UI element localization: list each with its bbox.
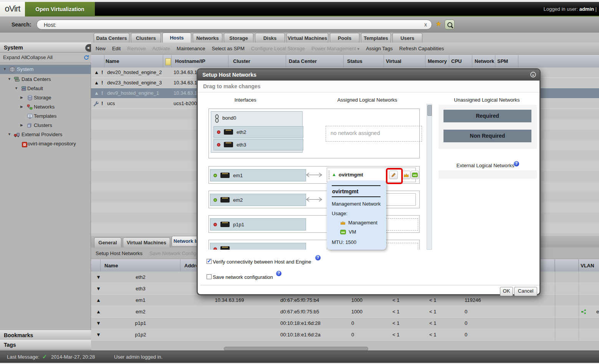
required-networks-group[interactable]: Required [443,110,531,122]
cancel-button[interactable]: Cancel [514,287,537,296]
em1-group: em1 ovirtmgmt [208,166,420,184]
scrollbar-thumb[interactable] [427,105,432,116]
expander-icon[interactable] [20,96,23,99]
column-hostname[interactable]: Hostname/IP [172,55,228,68]
refresh-capabilities-button[interactable]: Refresh Capabilities [399,46,444,51]
sidebar-title: System [0,43,91,53]
tree-item-networks[interactable]: Networks [0,102,91,112]
column-name[interactable]: Name [101,259,180,272]
status-up-icon [96,297,101,303]
power-management-dropdown[interactable]: Power Management [311,46,359,51]
tab-data-centers[interactable]: Data Centers [94,33,129,43]
tree-item-templates[interactable]: Templates [0,112,91,121]
no-network-assigned-dropzone[interactable]: no network assigned [326,126,422,142]
interface-row-em2[interactable]: em2 d0:67:e5:f0:75:b5 1000 < 1 < 1 0 e [91,306,599,318]
expander-icon[interactable] [3,67,7,71]
help-icon[interactable] [276,271,281,276]
tab-users[interactable]: Users [392,33,422,43]
tab-disks[interactable]: Disks [255,33,285,43]
tab-templates[interactable]: Templates [361,33,391,43]
tree-item-data-centers[interactable]: Data Centers [0,75,91,84]
setup-host-networks-button[interactable]: Setup Host Networks [96,250,142,256]
activate-button[interactable]: Activate [152,46,170,51]
interface-box-partial[interactable] [210,243,306,250]
tree-item-system[interactable]: System [0,65,91,74]
help-icon[interactable] [514,161,519,166]
bond0-panel[interactable]: bond0 eth2 eth3 [211,111,303,153]
drag-handle[interactable] [328,171,330,179]
interface-row-em1[interactable]: em1 10.34.63.169 d0:67:e5:f0:75:b4 1000 … [91,295,599,306]
expander-icon[interactable] [15,86,18,90]
clear-search-icon[interactable]: x [424,21,427,28]
interfaces-pane: bond0 eth2 eth3 no network assigned [205,104,427,250]
user-name[interactable]: admin [579,6,594,12]
select-as-spm-button[interactable]: Select as SPM [212,46,245,51]
assigned-network-box-ovirtmgmt[interactable]: ovirtmgmt [327,168,416,182]
tab-pools[interactable]: Pools [330,33,359,43]
bookmarks-panel-header[interactable]: Bookmarks [0,330,91,340]
interface-tx: < 1 [429,332,436,338]
new-button[interactable]: New [96,46,106,51]
expander-icon[interactable] [8,77,11,81]
detail-tab-virtual-machines[interactable]: Virtual Machines [123,237,170,247]
verify-connectivity-checkbox[interactable] [207,259,212,264]
sidebar-collapse-handle[interactable] [85,44,91,52]
non-required-networks-group[interactable]: Non Required [443,130,531,142]
interface-row-p1p2[interactable]: p1p2 00:10:18:e1:6d:2a 0 < 1 < 1 0 [91,329,599,341]
tab-networks[interactable]: Networks [193,33,222,43]
column-cluster[interactable]: Cluster [228,55,286,68]
column-spm[interactable]: SPM [495,55,518,68]
bookmark-star-icon[interactable]: ★ [435,20,442,28]
interface-box-eth2[interactable]: eth2 [213,126,303,138]
tree-item-default[interactable]: Default [0,84,91,93]
column-data-center[interactable]: Data Center [286,55,344,68]
assign-tags-button[interactable]: Assign Tags [366,46,393,51]
search-input[interactable]: Host: x [36,20,432,30]
column-status[interactable]: Status [344,55,384,68]
tree-item-external-providers[interactable]: External Providers [0,130,91,139]
dialog-title-bar[interactable]: Setup Host Networks [198,69,539,81]
search-button[interactable] [445,20,455,30]
interface-box-p1p1[interactable]: p1p1 [210,218,306,231]
configure-local-storage-button[interactable]: Configure Local Storage [251,46,305,51]
column-selection[interactable] [91,55,104,68]
dialog-vertical-scrollbar[interactable] [427,104,432,250]
column-virtual-machines[interactable]: Virtual Machines [384,55,425,68]
tab-virtual-machines[interactable]: Virtual Machines [286,33,328,43]
expander-icon[interactable] [20,105,23,109]
tooltip-usage-label: Usage: [332,211,386,216]
tree-item-storage[interactable]: Storage [0,93,91,102]
detail-tab-general[interactable]: General [94,237,121,247]
help-icon[interactable] [315,255,321,260]
tab-clusters[interactable]: Clusters [131,33,161,43]
interface-box-eth3[interactable]: eth3 [213,139,303,150]
nic-icon [224,129,233,135]
column-vlan[interactable]: VLAN [579,259,599,272]
maintenance-button[interactable]: Maintenance [177,46,205,51]
remove-button[interactable]: Remove [127,46,146,51]
close-icon[interactable] [530,72,536,77]
collapse-all-link[interactable]: Collapse All [26,54,53,60]
interface-box-em2[interactable]: em2 [210,194,306,206]
expander-icon[interactable] [20,123,23,127]
interface-box-em1[interactable]: em1 [210,169,306,181]
tree-item-ovirt-image-repository[interactable]: ovirt-image-repository [0,139,91,148]
save-network-config-checkbox[interactable] [207,274,212,279]
interface-row-p1p1[interactable]: p1p1 00:10:18:e1:6d:28 0 < 1 < 1 0 [91,318,599,329]
expand-all-link[interactable]: Expand All [3,54,26,60]
tab-hosts[interactable]: Hosts [162,33,191,43]
column-network[interactable]: Network [472,55,495,68]
tab-storage[interactable]: Storage [224,33,253,43]
expander-icon[interactable] [8,132,11,136]
column-comment[interactable] [163,55,172,68]
ok-button[interactable]: OK [500,287,513,296]
tags-panel-header[interactable]: Tags [0,340,91,350]
column-network-name[interactable] [555,259,579,272]
tree-item-clusters[interactable]: Clusters [0,121,91,130]
column-cpu[interactable]: CPU [449,55,472,68]
last-message-text[interactable]: User admin logged in. [114,354,162,360]
refresh-icon[interactable] [84,55,89,60]
column-memory[interactable]: Memory [425,55,449,68]
edit-button[interactable]: Edit [112,46,121,51]
column-name[interactable]: Name [104,55,163,68]
